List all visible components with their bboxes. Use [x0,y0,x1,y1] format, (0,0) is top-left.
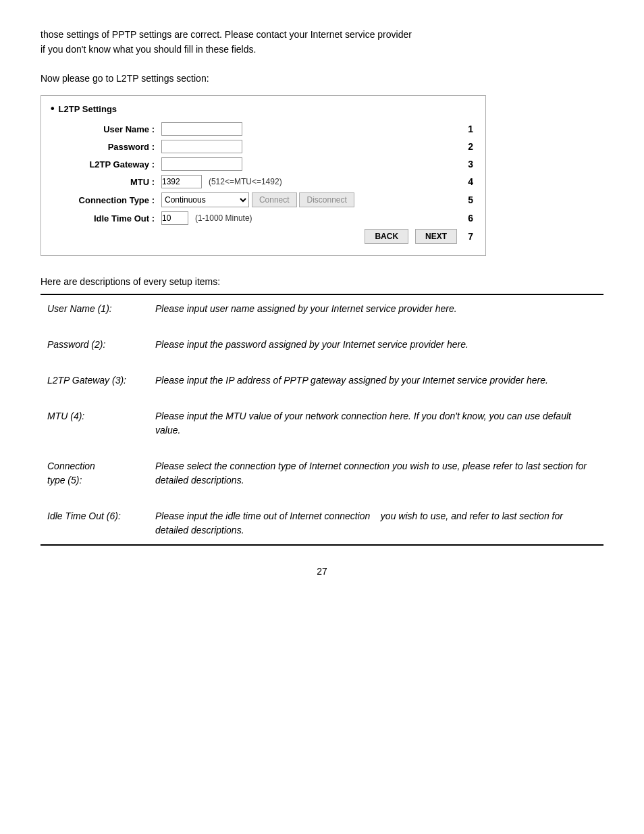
desc-row-connection: Connection type (5): Please select the c… [41,452,603,494]
mtu-row: MTU : (512<=MTU<=1492) 4 [51,173,476,190]
desc-row-sep5 [41,494,603,502]
mtu-label: MTU : [51,173,159,190]
disconnect-button[interactable]: Disconnect [299,192,354,207]
row-number-3: 3 [460,155,476,173]
l2tp-title: L2TP Settings [51,103,476,115]
mtu-hint: (512<=MTU<=1492) [209,177,282,186]
desc-heading: Here are descriptions of every setup ite… [41,276,603,287]
button-row: BACK NEXT 7 [51,227,476,246]
idle-hint: (1-1000 Minute) [195,213,252,223]
user-name-label: User Name : [51,120,159,138]
gateway-label: L2TP Gateway : [51,155,159,173]
desc-text-mtu: Please input the MTU value of your netwo… [149,402,603,444]
intro-paragraph: those settings of PPTP settings are corr… [41,27,603,57]
mtu-input-cell: (512<=MTU<=1492) [159,173,460,190]
section-label: Now please go to L2TP settings section: [41,71,603,86]
row-number-7: 7 [460,227,476,246]
desc-row-username: User Name (1): Please input user name as… [41,294,603,323]
intro-line2: if you don't know what you should fill i… [41,44,256,55]
desc-row-sep3 [41,394,603,402]
l2tp-settings-box: L2TP Settings User Name : 1 Password : 2… [41,95,486,256]
desc-text-username: Please input user name assigned by your … [149,294,603,323]
row-number-6: 6 [460,209,476,227]
connection-type-select[interactable]: Continuous [161,192,249,207]
user-name-row: User Name : 1 [51,120,476,138]
desc-row-sep1 [41,323,603,331]
desc-row-gateway: L2TP Gateway (3): Please input the IP ad… [41,367,603,394]
intro-line1: those settings of PPTP settings are corr… [41,29,412,40]
user-name-input[interactable] [161,122,242,136]
connection-type-label: Connection Type : [51,190,159,209]
gateway-input[interactable] [161,157,242,171]
row-number-4: 4 [460,173,476,190]
password-row: Password : 2 [51,138,476,155]
idle-timeout-row: Idle Time Out : (1-1000 Minute) 6 [51,209,476,227]
password-input[interactable] [161,140,242,153]
desc-row-sep4 [41,444,603,452]
desc-term-password: Password (2): [41,331,149,359]
idle-timeout-label: Idle Time Out : [51,209,159,227]
back-button[interactable]: BACK [365,229,408,244]
desc-term-idle: Idle Time Out (6): [41,502,149,545]
password-label: Password : [51,138,159,155]
descriptions-table: User Name (1): Please input user name as… [41,294,603,546]
desc-text-idle: Please input the idle time out of Intern… [149,502,603,545]
l2tp-form-table: User Name : 1 Password : 2 L2TP Gateway … [51,120,476,246]
row-number-1: 1 [460,120,476,138]
password-input-cell [159,138,460,155]
desc-row-password: Password (2): Please input the password … [41,331,603,359]
desc-text-connection: Please select the connection type of Int… [149,452,603,494]
row-number-5: 5 [460,190,476,209]
desc-term-username: User Name (1): [41,294,149,323]
mtu-input[interactable] [161,175,202,188]
desc-text-gateway: Please input the IP address of PPTP gate… [149,367,603,394]
idle-timeout-input-cell: (1-1000 Minute) [159,209,460,227]
gateway-row: L2TP Gateway : 3 [51,155,476,173]
connection-type-input-cell: Continuous Connect Disconnect [159,190,460,209]
desc-row-mtu: MTU (4): Please input the MTU value of y… [41,402,603,444]
row-number-2: 2 [460,138,476,155]
desc-term-gateway: L2TP Gateway (3): [41,367,149,394]
desc-row-sep2 [41,359,603,367]
desc-text-password: Please input the password assigned by yo… [149,331,603,359]
page-number: 27 [41,566,603,577]
idle-timeout-input[interactable] [161,211,188,225]
next-button[interactable]: NEXT [415,229,457,244]
btn-row-cell: BACK NEXT [51,227,460,246]
gateway-input-cell [159,155,460,173]
desc-term-mtu: MTU (4): [41,402,149,444]
connection-type-row: Connection Type : Continuous Connect Dis… [51,190,476,209]
desc-term-connection: Connection type (5): [41,452,149,494]
desc-row-idle: Idle Time Out (6): Please input the idle… [41,502,603,545]
connect-button[interactable]: Connect [252,192,297,207]
user-name-input-cell [159,120,460,138]
